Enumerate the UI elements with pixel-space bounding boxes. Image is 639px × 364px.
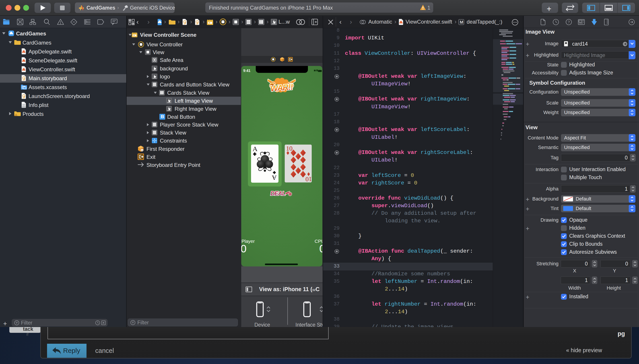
svg-text:WAR!!: WAR!!	[270, 82, 294, 93]
svg-text:DEAL: DEAL	[270, 190, 285, 196]
svg-text:?: ?	[568, 20, 570, 24]
svg-text:PLIST: PLIST	[22, 106, 25, 107]
svg-text:1: 1	[141, 149, 142, 152]
